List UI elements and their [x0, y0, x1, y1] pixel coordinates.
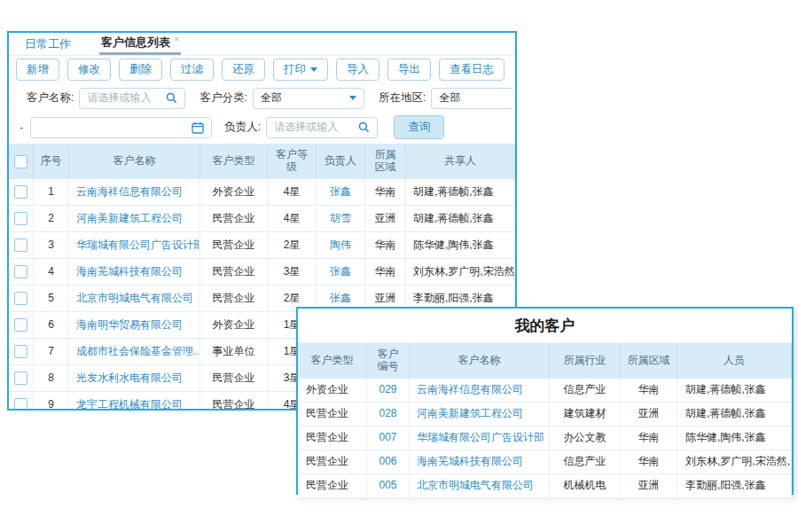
- customer-name-link[interactable]: 海南芜城科技有限公司: [69, 259, 200, 285]
- location-select[interactable]: 全部: [431, 88, 512, 109]
- row-checkbox[interactable]: [14, 212, 27, 225]
- table-row[interactable]: 民营企业028河南美新建筑工程公司建筑建材亚洲胡建,蒋德帧,张鑫: [298, 403, 792, 426]
- industry: 建筑建材: [550, 403, 621, 426]
- customer-name-input[interactable]: 请选择或输入: [79, 88, 185, 109]
- customer-name-link[interactable]: 河南美新建筑工程公司: [69, 206, 200, 231]
- customer-code-link[interactable]: 006: [367, 450, 410, 473]
- customer-name-link[interactable]: 龙宇工程机械有限公司: [69, 392, 200, 411]
- header-industry: 所属行业: [550, 343, 621, 379]
- header-customer-name: 客户名称: [69, 144, 200, 179]
- tab-bar: 日常工作 客户信息列表 ×: [9, 33, 515, 56]
- my-customers-title: 我的客户: [298, 309, 792, 343]
- customer-code-link[interactable]: 028: [367, 403, 410, 426]
- shared-people: 胡建,蒋德帧,张鑫: [406, 179, 515, 205]
- table-row[interactable]: 1云南海祥信息有限公司外资企业4星张鑫华南胡建,蒋德帧,张鑫: [9, 179, 515, 206]
- header-no: 序号: [34, 144, 69, 179]
- row-number: 9: [34, 392, 69, 411]
- industry: 办公文教: [550, 426, 621, 450]
- tab-daily-work[interactable]: 日常工作: [23, 33, 73, 55]
- view-log-button[interactable]: 查看日志: [439, 59, 505, 81]
- owner-link[interactable]: 张鑫: [317, 179, 365, 205]
- filter-button[interactable]: 过滤: [170, 59, 214, 81]
- table-row[interactable]: 4海南芜城科技有限公司民营企业3星张鑫华南刘东林,罗广明,宋浩然,张鑫: [9, 259, 515, 286]
- customer-type: 民营企业: [200, 365, 268, 391]
- row-checkbox[interactable]: [14, 265, 27, 278]
- header-shared: 共享人: [406, 144, 515, 179]
- row-checkbox[interactable]: [14, 398, 27, 411]
- customer-name-link[interactable]: 海南芜城科技有限公司: [410, 450, 550, 473]
- region: 华南: [621, 426, 677, 450]
- category-select[interactable]: 全部: [253, 88, 364, 109]
- customer-name-link[interactable]: 海南明华贸易有限公司: [69, 312, 200, 338]
- customer-name-link[interactable]: 华瑞城有限公司广告设计部: [69, 232, 200, 258]
- search-icon[interactable]: [166, 92, 177, 104]
- restore-button[interactable]: 还原: [222, 59, 265, 81]
- owner-link[interactable]: 张鑫: [317, 259, 365, 285]
- header-region: 所属区域: [365, 144, 406, 179]
- region: 亚洲: [621, 474, 677, 497]
- tab-customer-list[interactable]: 客户信息列表 ×: [99, 33, 181, 55]
- row-number: 1: [34, 179, 69, 205]
- date-range-separator: -: [20, 121, 23, 134]
- row-checkbox[interactable]: [14, 239, 27, 252]
- customer-name-link[interactable]: 北京市明城电气有限公司: [69, 286, 200, 311]
- owner-label: 负责人:: [224, 120, 261, 135]
- customer-level: 4星: [268, 206, 317, 231]
- export-button[interactable]: 导出: [387, 59, 431, 81]
- select-all-checkbox[interactable]: [14, 155, 27, 168]
- customer-type: 民营企业: [298, 403, 367, 426]
- header-customer-code: 客户编号: [367, 343, 410, 379]
- edit-button[interactable]: 修改: [67, 59, 111, 81]
- customer-type: 事业单位: [200, 339, 268, 364]
- owner-link[interactable]: 胡雪: [317, 206, 365, 231]
- customer-name-link[interactable]: 河南美新建筑工程公司: [410, 403, 550, 426]
- header-customer-type: 客户类型: [298, 343, 367, 379]
- customer-code-link[interactable]: 029: [367, 379, 410, 402]
- overlay-table-header: 客户类型 客户编号 客户名称 所属行业 所属区域 人员: [298, 343, 792, 379]
- people: 胡建,蒋德帧,张鑫: [677, 379, 792, 402]
- import-button[interactable]: 导入: [336, 59, 379, 81]
- row-number: 3: [34, 232, 69, 258]
- customer-code-link[interactable]: 005: [367, 474, 410, 497]
- row-checkbox[interactable]: [14, 372, 27, 385]
- customer-level: 3星: [268, 259, 317, 285]
- table-row[interactable]: 3华瑞城有限公司广告设计部民营企业2星陶伟华南陈华健,陶伟,张鑫: [9, 232, 515, 259]
- query-button[interactable]: 查询: [394, 115, 444, 139]
- row-number: 2: [34, 206, 69, 231]
- customer-name-link[interactable]: 北京市明城电气有限公司: [410, 474, 550, 497]
- row-checkbox-cell: [9, 392, 34, 411]
- search-icon[interactable]: [358, 121, 370, 133]
- customer-type: 民营企业: [298, 474, 367, 497]
- calendar-icon[interactable]: [192, 121, 204, 134]
- table-row[interactable]: 民营企业006海南芜城科技有限公司信息产业华南刘东林,罗广明,宋浩然,...: [298, 450, 792, 474]
- row-checkbox[interactable]: [14, 185, 27, 199]
- row-number: 4: [34, 259, 69, 285]
- customer-name-link[interactable]: 云南海祥信息有限公司: [410, 379, 550, 402]
- row-checkbox[interactable]: [14, 318, 27, 332]
- customer-name-link[interactable]: 光发水利水电有限公司: [69, 365, 200, 391]
- owner-input[interactable]: 请选择或输入: [266, 117, 378, 138]
- people: 陈华健,陶伟,张鑫: [677, 426, 792, 450]
- customer-type: 外资企业: [200, 312, 268, 338]
- select-all-checkbox-cell: [9, 144, 34, 179]
- row-checkbox[interactable]: [14, 345, 27, 358]
- table-row[interactable]: 2河南美新建筑工程公司民营企业4星胡雪亚洲胡建,蒋德帧,张鑫: [9, 206, 515, 232]
- delete-button[interactable]: 删除: [119, 59, 162, 81]
- date-input[interactable]: [30, 117, 212, 138]
- row-checkbox-cell: [9, 179, 34, 205]
- tab-customer-list-label: 客户信息列表: [101, 35, 170, 51]
- category-label: 客户分类:: [200, 90, 246, 106]
- customer-code-link[interactable]: 007: [367, 426, 410, 450]
- customer-name-link[interactable]: 华瑞城有限公司广告设计部: [410, 426, 550, 450]
- customer-name-link[interactable]: 成都市社会保险基金管理...: [69, 339, 200, 364]
- table-row[interactable]: 民营企业007华瑞城有限公司广告设计部办公文教华南陈华健,陶伟,张鑫: [298, 426, 792, 450]
- customer-name-link[interactable]: 云南海祥信息有限公司: [69, 179, 200, 205]
- customer-type: 外资企业: [298, 379, 367, 402]
- table-row[interactable]: 外资企业029云南海祥信息有限公司信息产业华南胡建,蒋德帧,张鑫: [298, 379, 792, 403]
- add-button[interactable]: 新增: [16, 59, 59, 81]
- row-checkbox[interactable]: [14, 292, 27, 305]
- print-button[interactable]: 打印: [273, 59, 328, 81]
- table-row[interactable]: 民营企业005北京市明城电气有限公司机械机电亚洲李勤丽,阳强,张鑫: [298, 474, 792, 498]
- close-tab-icon[interactable]: ×: [174, 34, 179, 44]
- owner-link[interactable]: 陶伟: [317, 232, 365, 258]
